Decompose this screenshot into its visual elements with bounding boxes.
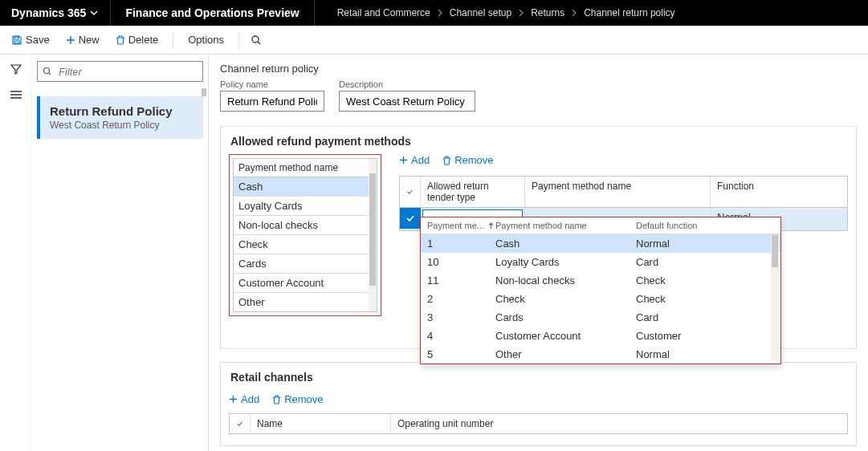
trash-icon [116, 35, 125, 46]
payment-method-row[interactable]: Loyalty Cards [234, 197, 377, 216]
dd-row[interactable]: 2 Check Check [421, 290, 780, 308]
breadcrumb: Retail and Commerce Channel setup Return… [315, 7, 675, 18]
filter-input-wrapper[interactable] [37, 61, 203, 82]
tender-header[interactable]: Allowed return tender type [421, 177, 525, 207]
funnel-icon [10, 63, 22, 75]
add-button[interactable]: Add [399, 154, 430, 166]
chevron-right-icon [571, 9, 577, 17]
scroll-indicator [202, 88, 206, 96]
payment-method-row[interactable]: Cards [234, 254, 377, 274]
description-input[interactable] [339, 91, 475, 112]
module-title: Finance and Operations Preview [111, 0, 314, 26]
list-item-title: Return Refund Policy [50, 104, 194, 118]
list-toggle-button[interactable] [10, 90, 22, 100]
retail-section-title: Retail channels [229, 369, 848, 390]
delete-button[interactable]: Delete [112, 30, 162, 49]
row-selected-indicator[interactable] [400, 208, 421, 229]
retail-remove-button[interactable]: Remove [272, 393, 323, 405]
filter-input[interactable] [57, 65, 198, 79]
funnel-button[interactable] [10, 63, 22, 75]
oun-header[interactable]: Operating unit number [391, 414, 847, 433]
sort-asc-icon [487, 222, 495, 230]
add-label: Add [411, 154, 430, 166]
page-title: Channel return policy [220, 63, 857, 75]
dd-row[interactable]: 1 Cash Normal [421, 234, 780, 253]
remove-label: Remove [454, 154, 493, 166]
scrollbar[interactable] [369, 159, 377, 311]
policy-name-input[interactable] [220, 91, 324, 112]
breadcrumb-item[interactable]: Channel setup [450, 7, 511, 18]
name-header[interactable]: Name [251, 414, 391, 433]
dd-row[interactable]: 10 Loyalty Cards Card [421, 253, 780, 271]
checkmark-icon [406, 187, 414, 197]
breadcrumb-item[interactable]: Retail and Commerce [337, 7, 430, 18]
divider [238, 32, 239, 48]
checkbox-header[interactable] [230, 414, 251, 433]
remove-button[interactable]: Remove [442, 154, 493, 166]
retail-add-button[interactable]: Add [229, 393, 259, 405]
new-label: New [79, 34, 100, 46]
payment-method-row[interactable]: Check [234, 235, 377, 254]
options-label: Options [188, 34, 224, 46]
chevron-down-icon [89, 8, 99, 18]
payment-method-row[interactable]: Customer Account [234, 274, 377, 293]
payment-method-row[interactable]: Cash [234, 177, 377, 197]
save-button[interactable]: Save [8, 30, 53, 49]
payment-method-row[interactable]: Other [234, 293, 377, 311]
chevron-right-icon [518, 9, 524, 17]
policy-name-label: Policy name [220, 79, 324, 89]
search-button[interactable] [251, 35, 262, 46]
list-item-subtitle: West Coast Return Policy [50, 120, 194, 131]
payment-method-header[interactable]: Payment method name [233, 158, 377, 177]
new-button[interactable]: New [63, 30, 103, 49]
brand-menu[interactable]: Dynamics 365 [0, 0, 111, 26]
dd-header-name[interactable]: Payment method name [495, 221, 636, 230]
svg-point-1 [44, 68, 50, 74]
chevron-right-icon [437, 9, 443, 17]
save-icon [11, 35, 22, 46]
payment-method-row[interactable]: Non-local checks [234, 216, 377, 235]
trash-icon [272, 395, 281, 404]
pmname-header[interactable]: Payment method name [525, 177, 711, 207]
trash-icon [442, 156, 451, 165]
dd-row[interactable]: 4 Customer Account Customer [421, 327, 780, 345]
tender-lookup-dropdown[interactable]: Payment me... Payment method name Defaul… [420, 217, 781, 364]
scrollbar[interactable] [771, 235, 779, 360]
dd-row[interactable]: 5 Other Normal [421, 345, 780, 364]
retail-remove-label: Remove [284, 393, 323, 405]
description-label: Description [339, 79, 475, 89]
brand-label: Dynamics 365 [11, 6, 86, 19]
retail-add-label: Add [241, 393, 259, 405]
search-icon [43, 67, 52, 76]
dd-header-id[interactable]: Payment me... [427, 221, 495, 230]
checkmark-icon [405, 213, 415, 223]
dd-row[interactable]: 11 Non-local checks Check [421, 271, 780, 290]
plus-icon [66, 35, 75, 45]
policy-list-item[interactable]: Return Refund Policy West Coast Return P… [37, 96, 203, 139]
options-button[interactable]: Options [185, 30, 227, 49]
function-header[interactable]: Function [711, 177, 847, 207]
breadcrumb-item[interactable]: Returns [531, 7, 564, 18]
list-icon [10, 90, 22, 100]
allowed-section-title: Allowed refund payment methods [229, 133, 848, 154]
breadcrumb-item[interactable]: Channel return policy [584, 7, 674, 18]
save-label: Save [26, 34, 50, 46]
search-icon [251, 35, 262, 46]
checkbox-header[interactable] [400, 177, 421, 207]
delete-label: Delete [128, 34, 159, 46]
dd-row[interactable]: 3 Cards Card [421, 308, 780, 327]
retail-grid: Name Operating unit number [229, 413, 848, 434]
plus-icon [229, 395, 238, 404]
divider [173, 32, 173, 48]
payment-method-list-box: Payment method name Cash Loyalty Cards N… [229, 154, 381, 316]
dd-header-fn[interactable]: Default function [636, 221, 774, 230]
plus-icon [399, 156, 408, 165]
svg-point-0 [252, 36, 259, 43]
checkmark-icon [236, 419, 243, 429]
